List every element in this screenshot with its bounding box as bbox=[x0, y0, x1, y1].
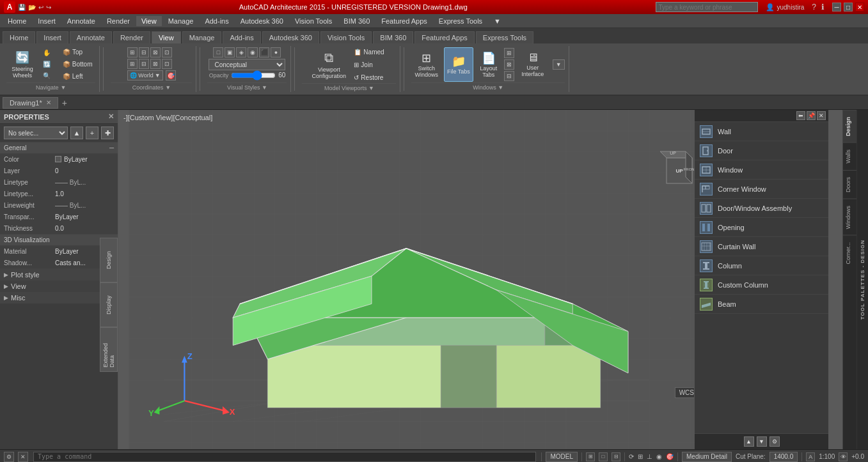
quick-access-undo[interactable]: ↩ bbox=[38, 4, 43, 11]
grid-snap[interactable]: ⊞ bbox=[638, 453, 643, 460]
user-interface-btn[interactable]: 🖥 UserInterface bbox=[517, 47, 549, 82]
top-view-btn[interactable]: 📦 Top bbox=[59, 47, 95, 58]
ribbon-tab-home[interactable]: Home bbox=[3, 31, 35, 43]
menu-manage[interactable]: Manage bbox=[163, 16, 199, 26]
left-view-btn[interactable]: 📦 Left bbox=[59, 71, 95, 82]
quick-access-save[interactable]: 💾 bbox=[18, 4, 26, 11]
palette-move-down[interactable]: ▼ bbox=[757, 436, 767, 447]
steering-wheel-btn[interactable]: 🔄 SteeringWheels bbox=[6, 47, 38, 82]
tool-item-wall[interactable]: Wall bbox=[695, 122, 828, 141]
doc-tab-drawing1[interactable]: Drawing1* ✕ bbox=[3, 97, 58, 109]
tool-item-beam[interactable]: Beam bbox=[695, 295, 828, 314]
menu-more[interactable]: ▼ bbox=[489, 16, 506, 26]
right-tab-corner[interactable]: Corner... bbox=[843, 235, 856, 271]
world-dropdown[interactable]: 🌐 World ▼ bbox=[127, 70, 162, 81]
side-tab-extended[interactable]: Extended Data bbox=[100, 327, 118, 372]
named-btn[interactable]: 📋 Named bbox=[351, 46, 387, 58]
windows-icon-1[interactable]: ⊞ bbox=[504, 48, 514, 58]
cut-value[interactable]: 1400.0 bbox=[769, 452, 798, 462]
titlebar-info[interactable]: ℹ bbox=[821, 3, 825, 12]
right-tab-doors[interactable]: Doors bbox=[843, 170, 856, 199]
bottom-view-btn[interactable]: 📦 Bottom bbox=[59, 59, 95, 70]
windows-extra-1[interactable]: ▼ bbox=[553, 59, 565, 70]
menu-annotate[interactable]: Annotate bbox=[62, 16, 100, 26]
prop-section-general-header[interactable]: General ─ bbox=[0, 142, 118, 153]
command-input[interactable] bbox=[33, 452, 536, 462]
side-tab-design[interactable]: Design bbox=[100, 238, 118, 282]
layer-value[interactable]: 0 bbox=[55, 167, 114, 174]
prop-select[interactable]: No selec... bbox=[4, 127, 68, 139]
restore-btn[interactable]: ↺ Restore bbox=[351, 72, 387, 83]
tool-item-curtain-wall[interactable]: Curtain Wall bbox=[695, 237, 828, 256]
tool-item-door[interactable]: Door bbox=[695, 141, 828, 160]
right-tab-walls[interactable]: Walls bbox=[843, 142, 856, 170]
annotation-scale[interactable]: A bbox=[806, 452, 815, 461]
transparency-value[interactable]: ByLayer bbox=[55, 213, 114, 220]
coord-btn-5[interactable]: ⊞ bbox=[127, 59, 138, 69]
doc-tab-add[interactable]: + bbox=[58, 98, 71, 108]
mvp-group-label[interactable]: Model Viewports ▼ bbox=[302, 83, 396, 93]
right-tab-windows[interactable]: Windows bbox=[843, 199, 856, 236]
linescale-value[interactable]: 1.0 bbox=[55, 190, 114, 197]
tool-item-window[interactable]: Window bbox=[695, 160, 828, 180]
properties-close[interactable]: ✕ bbox=[108, 112, 114, 121]
menu-bim360[interactable]: BIM 360 bbox=[338, 16, 375, 26]
menu-visiontools[interactable]: Vision Tools bbox=[290, 16, 337, 26]
status-close[interactable]: ✕ bbox=[18, 452, 28, 462]
file-tabs-btn[interactable]: 📁 File Tabs bbox=[444, 47, 473, 82]
navigate-group-label[interactable]: Navigate ▼ bbox=[6, 82, 95, 92]
palette-move-up[interactable]: ▲ bbox=[744, 436, 754, 447]
layout-tabs-btn[interactable]: 📄 LayoutTabs bbox=[476, 47, 501, 82]
coord-btn-7[interactable]: ⊠ bbox=[150, 59, 161, 69]
ribbon-tab-manage[interactable]: Manage bbox=[182, 31, 222, 43]
canvas-area[interactable]: -][Custom View][Conceptual] bbox=[118, 110, 708, 449]
menu-autodesk360[interactable]: Autodesk 360 bbox=[235, 16, 288, 26]
coord-btn-6[interactable]: ⊟ bbox=[139, 59, 149, 69]
ribbon-tab-insert[interactable]: Insert bbox=[36, 31, 68, 43]
doc-tab-close[interactable]: ✕ bbox=[46, 99, 51, 106]
opacity-slider[interactable] bbox=[231, 72, 276, 79]
vs-icon-6[interactable]: ● bbox=[271, 47, 281, 58]
tool-item-column[interactable]: Column bbox=[695, 256, 828, 275]
annotation-vis[interactable]: 👁 bbox=[839, 452, 848, 461]
ribbon-tab-render[interactable]: Render bbox=[113, 31, 150, 43]
quick-access-redo[interactable]: ↪ bbox=[46, 4, 51, 11]
app-logo[interactable]: A bbox=[4, 1, 15, 13]
ribbon-tab-annotate[interactable]: Annotate bbox=[70, 31, 112, 43]
color-value[interactable]: ByLayer bbox=[55, 156, 114, 163]
palette-close-btn[interactable]: ✕ bbox=[817, 111, 826, 120]
ribbon-tab-featuredapps[interactable]: Featured Apps bbox=[414, 31, 475, 43]
tool-item-dw-assembly[interactable]: Door/Window Assembly bbox=[695, 199, 828, 218]
palette-auto-hide[interactable]: ⬅ bbox=[796, 111, 805, 120]
window-restore[interactable]: □ bbox=[844, 3, 853, 12]
linetype-value[interactable]: —— ByL... bbox=[55, 179, 114, 186]
coordinates-group-label[interactable]: Coordinates ▼ bbox=[111, 82, 192, 92]
vs-icon-5[interactable]: ⬛ bbox=[259, 47, 269, 58]
titlebar-help[interactable]: ? bbox=[812, 3, 816, 12]
menu-insert[interactable]: Insert bbox=[33, 16, 61, 26]
join-btn[interactable]: ⊞ Join bbox=[351, 59, 387, 70]
pan-btn[interactable]: ✋ bbox=[40, 48, 56, 58]
vs-icon-1[interactable]: □ bbox=[213, 47, 223, 58]
orbit-btn[interactable]: 🔃 bbox=[40, 59, 56, 70]
status-settings[interactable]: ⚙ bbox=[4, 452, 14, 462]
ribbon-tab-autodesk360[interactable]: Autodesk 360 bbox=[262, 31, 319, 43]
prop-pickadd[interactable]: ✚ bbox=[101, 127, 114, 139]
ortho-btn[interactable]: ⊥ bbox=[647, 453, 652, 460]
tool-item-corner-window[interactable]: Corner Window bbox=[695, 180, 828, 199]
vs-group-label[interactable]: Visual Styles ▼ bbox=[207, 82, 287, 92]
menu-render[interactable]: Render bbox=[102, 16, 135, 26]
zoom-btn[interactable]: 🔍 bbox=[40, 71, 56, 81]
windows-icon-3[interactable]: ⊟ bbox=[504, 71, 514, 81]
prop-quick-select[interactable]: ▲ bbox=[70, 127, 83, 139]
windows-group-label[interactable]: Windows ▼ bbox=[411, 82, 564, 92]
coord-btn-8[interactable]: ⊡ bbox=[162, 59, 172, 69]
windows-icon-2[interactable]: ⊠ bbox=[504, 59, 514, 70]
coord-btn-3[interactable]: ⊠ bbox=[150, 47, 161, 58]
layout-tri-btn[interactable]: ⊟ bbox=[612, 452, 620, 461]
model-btn[interactable]: MODEL bbox=[546, 452, 578, 462]
coord-btn-2[interactable]: ⊟ bbox=[139, 47, 149, 58]
vs-icon-4[interactable]: ◉ bbox=[248, 47, 258, 58]
thickness-value[interactable]: 0.0 bbox=[55, 225, 114, 232]
menu-featuredapps[interactable]: Featured Apps bbox=[376, 16, 432, 26]
